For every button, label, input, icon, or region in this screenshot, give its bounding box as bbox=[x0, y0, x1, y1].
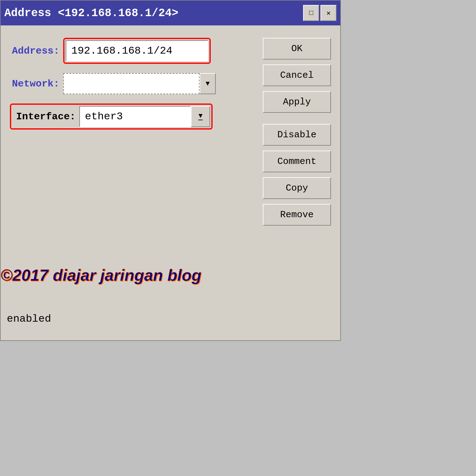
buttons-section: OK Cancel Apply Disable Comment Copy Rem… bbox=[263, 38, 331, 226]
interface-label: Interface: bbox=[12, 108, 79, 125]
title-bar: Address <192.168.168.1/24> □ ✕ bbox=[1, 1, 340, 25]
address-input-wrapper bbox=[63, 38, 211, 64]
interface-row: Interface: ▼ bbox=[10, 104, 253, 130]
cancel-button[interactable]: Cancel bbox=[263, 64, 331, 86]
interface-dropdown-button[interactable]: ▼ bbox=[191, 106, 210, 127]
apply-button[interactable]: Apply bbox=[263, 91, 331, 113]
comment-button[interactable]: Comment bbox=[263, 151, 331, 172]
form-section: Address: Network: Interface: bbox=[10, 38, 253, 226]
window-title: Address <192.168.168.1/24> bbox=[4, 7, 178, 20]
maximize-button[interactable]: □ bbox=[303, 5, 319, 21]
main-window: Address <192.168.168.1/24> □ ✕ Address: … bbox=[0, 0, 341, 341]
status-text: enabled bbox=[7, 313, 51, 325]
network-input[interactable] bbox=[63, 73, 200, 94]
address-row: Address: bbox=[10, 38, 253, 64]
network-row: Network: bbox=[10, 73, 253, 94]
remove-button[interactable]: Remove bbox=[263, 204, 331, 226]
title-bar-buttons: □ ✕ bbox=[303, 5, 337, 21]
address-input[interactable] bbox=[66, 40, 208, 61]
disable-button[interactable]: Disable bbox=[263, 124, 331, 146]
interface-input[interactable] bbox=[79, 106, 191, 127]
watermark: ©2017 diajar jaringan blog bbox=[1, 266, 201, 284]
ok-button[interactable]: OK bbox=[263, 38, 331, 60]
network-dropdown-button[interactable] bbox=[200, 73, 216, 94]
network-label: Network: bbox=[10, 78, 60, 90]
copy-button[interactable]: Copy bbox=[263, 177, 331, 199]
close-button[interactable]: ✕ bbox=[320, 5, 337, 21]
status-bar: enabled bbox=[1, 310, 340, 328]
content-area: Address: Network: Interface: bbox=[1, 25, 340, 238]
interface-input-wrapper: Interface: ▼ bbox=[10, 104, 213, 130]
address-label: Address: bbox=[10, 45, 60, 57]
